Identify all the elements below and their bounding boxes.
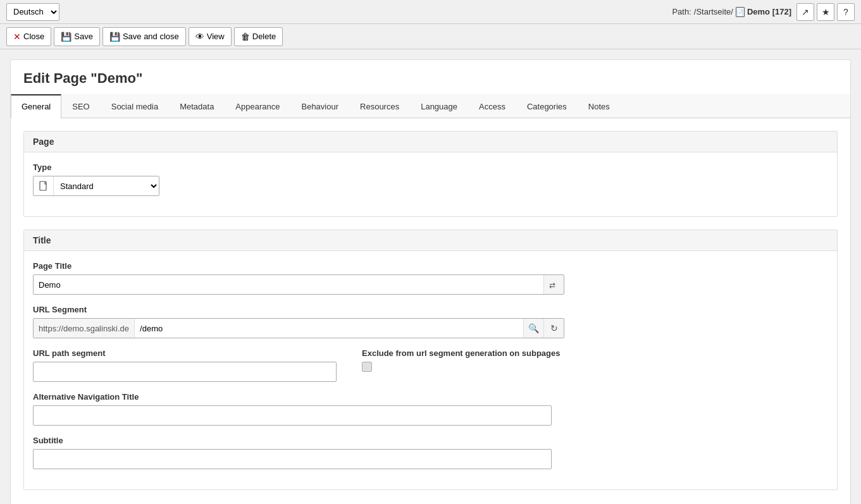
url-path-input[interactable] — [33, 362, 337, 382]
type-label: Type — [33, 163, 828, 172]
save-close-button[interactable]: 💾 Save and close — [102, 27, 186, 46]
top-bar: Deutsch English Français Path: /Startsei… — [0, 0, 861, 24]
tab-appearance[interactable]: Appearance — [225, 94, 290, 118]
top-right-icons: ↗ ★ ? — [796, 3, 855, 21]
section-title-header: Title — [24, 230, 837, 251]
open-external-button[interactable]: ↗ — [796, 3, 814, 21]
close-label: Close — [23, 32, 44, 41]
language-select[interactable]: Deutsch English Français — [6, 3, 59, 21]
section-page-header: Page — [24, 132, 837, 152]
section-title-body: Page Title ⇄ URL Segment https:/ — [24, 251, 837, 489]
view-label: View — [207, 32, 225, 41]
current-page-name: Demo [172] — [747, 7, 791, 16]
tab-categories[interactable]: Categories — [516, 94, 578, 118]
url-base: https://demo.sgalinski.de — [34, 319, 135, 338]
section-page-body: Type Standard Advanced External URL — [24, 152, 837, 216]
url-path-col: URL path segment — [33, 348, 337, 382]
tab-language[interactable]: Language — [410, 94, 468, 118]
exclude-col: Exclude from url segment generation on s… — [362, 348, 828, 372]
delete-button[interactable]: 🗑 Delete — [234, 27, 283, 46]
main-content: Edit Page "Demo" General SEO Social medi… — [10, 59, 851, 504]
type-field-row: Type Standard Advanced External URL — [33, 163, 828, 196]
url-segment-input[interactable] — [135, 319, 523, 338]
subtitle-field-row: Subtitle — [33, 436, 828, 469]
page-title-label: Page Title — [33, 261, 828, 271]
close-button[interactable]: ✕ Close — [6, 27, 51, 46]
url-segment-label: URL Segment — [33, 305, 828, 314]
save-close-label: Save and close — [123, 32, 179, 41]
subtitle-input[interactable] — [33, 449, 552, 469]
alt-nav-field-row: Alternative Navigation Title — [33, 392, 828, 426]
top-bar-left: Deutsch English Français — [6, 3, 59, 21]
subtitle-label: Subtitle — [33, 436, 828, 445]
save-label: Save — [74, 32, 93, 41]
tab-behaviour[interactable]: Behaviour — [290, 94, 349, 118]
help-button[interactable]: ? — [837, 3, 855, 21]
view-button[interactable]: 👁 View — [189, 27, 232, 46]
alt-nav-label: Alternative Navigation Title — [33, 392, 828, 402]
tab-seo[interactable]: SEO — [61, 94, 100, 118]
path-label: Path: — [672, 7, 691, 16]
type-select[interactable]: Standard Advanced External URL Shortcut — [54, 178, 159, 194]
url-segment-field-row: URL Segment https://demo.sgalinski.de 🔍 … — [33, 305, 828, 338]
svg-text:⇄: ⇄ — [549, 281, 555, 289]
translate-icon[interactable]: ⇄ — [543, 275, 564, 294]
delete-icon: 🗑 — [241, 32, 250, 42]
page-title-input-wrapper: ⇄ — [33, 274, 564, 295]
section-page: Page Type Standard Advanced — [23, 131, 838, 217]
page-title-field-row: Page Title ⇄ — [33, 261, 828, 295]
exclude-label: Exclude from url segment generation on s… — [362, 348, 828, 358]
save-icon: 💾 — [61, 32, 71, 42]
tab-content-general: Page Type Standard Advanced — [11, 118, 850, 504]
save-button[interactable]: 💾 Save — [54, 27, 100, 46]
section-title: Title Page Title ⇄ — [23, 230, 838, 490]
tab-social-media[interactable]: Social media — [101, 94, 169, 118]
tab-general[interactable]: General — [11, 94, 61, 118]
refresh-icon: ↻ — [550, 323, 558, 333]
view-icon: 👁 — [195, 32, 204, 42]
alt-nav-input[interactable] — [33, 405, 552, 426]
tab-access[interactable]: Access — [468, 94, 516, 118]
toolbar: ✕ Close 💾 Save 💾 Save and close 👁 View 🗑… — [0, 24, 861, 49]
url-segment-row: https://demo.sgalinski.de 🔍 ↻ — [33, 318, 564, 338]
url-segment-search-btn[interactable]: 🔍 — [523, 319, 543, 338]
page-doc-icon: 📄 — [736, 7, 745, 17]
url-segment-refresh-btn[interactable]: ↻ — [543, 319, 564, 338]
top-bar-right: Path: /Startseite/ 📄 Demo [172] ↗ ★ ? — [672, 3, 855, 21]
tab-notes[interactable]: Notes — [578, 94, 621, 118]
delete-label: Delete — [252, 32, 276, 41]
tab-resources[interactable]: Resources — [349, 94, 410, 118]
path-value: /Startseite/ — [694, 7, 733, 16]
page-title-input[interactable] — [34, 275, 543, 294]
url-path-row: URL path segment Exclude from url segmen… — [33, 348, 828, 382]
search-icon: 🔍 — [528, 323, 539, 333]
save-close-icon: 💾 — [109, 32, 120, 42]
bookmark-button[interactable]: ★ — [817, 3, 834, 21]
tabs-bar: General SEO Social media Metadata Appear… — [11, 94, 850, 118]
path-info: Path: /Startseite/ 📄 Demo [172] — [672, 7, 791, 17]
page-type-icon — [34, 176, 54, 195]
tab-metadata[interactable]: Metadata — [169, 94, 225, 118]
url-path-label: URL path segment — [33, 348, 337, 358]
page-heading: Edit Page "Demo" — [11, 60, 850, 94]
type-select-wrapper: Standard Advanced External URL Shortcut — [33, 176, 159, 196]
exclude-checkbox[interactable] — [362, 362, 372, 372]
exclude-checkbox-field — [362, 362, 828, 372]
close-icon: ✕ — [13, 32, 21, 42]
